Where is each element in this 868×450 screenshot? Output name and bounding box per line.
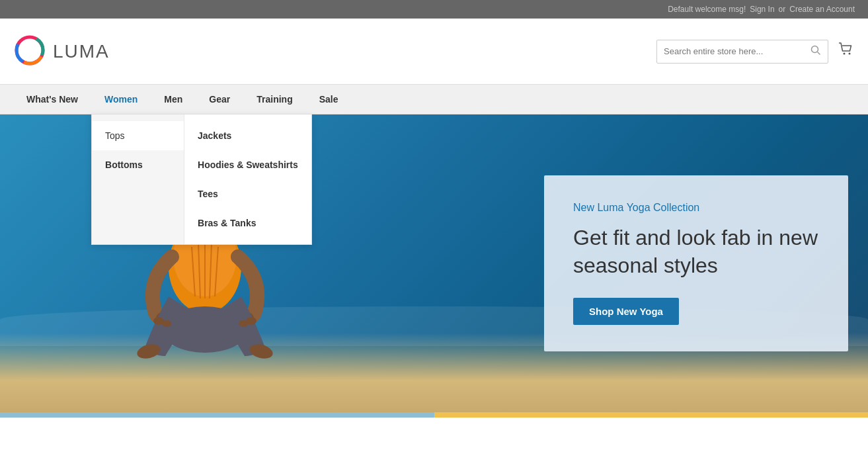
create-account-link[interactable]: Create an Account (789, 5, 855, 14)
top-bar: Default welcome msg! Sign In or Create a… (0, 0, 868, 19)
nav-link-men[interactable]: Men (151, 85, 196, 114)
svg-point-23 (162, 320, 171, 327)
nav-item-sale: Sale (306, 85, 352, 114)
svg-point-25 (239, 320, 248, 327)
hero-subtitle: New Luma Yoga Collection (573, 202, 819, 214)
nav-link-training[interactable]: Training (243, 85, 305, 114)
dropdown-item-bras-tanks[interactable]: Bras & Tanks (184, 208, 311, 238)
svg-point-7 (849, 52, 851, 54)
nav-link-women[interactable]: Women (91, 85, 151, 114)
hero-card: New Luma Yoga Collection Get fit and loo… (544, 175, 848, 351)
nav-link-whats-new[interactable]: What's New (13, 85, 91, 114)
nav-link-sale[interactable]: Sale (306, 85, 352, 114)
svg-point-19 (162, 306, 248, 353)
welcome-message: Default welcome msg! (668, 5, 746, 14)
search-icon (810, 45, 821, 56)
strip-blue (0, 412, 434, 418)
search-area (656, 40, 855, 64)
svg-point-4 (812, 46, 818, 52)
cart-icon[interactable] (838, 41, 855, 62)
svg-point-6 (844, 52, 846, 54)
svg-line-5 (818, 52, 820, 54)
shop-new-yoga-button[interactable]: Shop New Yoga (573, 298, 679, 325)
dropdown-item-tees[interactable]: Tees (184, 179, 311, 208)
dropdown-item-bottoms[interactable]: Bottoms (92, 150, 184, 179)
signin-link[interactable]: Sign In (750, 5, 774, 14)
logo-icon (13, 34, 46, 67)
nav-item-men: Men (151, 85, 196, 114)
hero-title: Get fit and look fab in new seasonal sty… (573, 224, 819, 279)
search-input[interactable] (657, 46, 804, 56)
dropdown-item-jackets[interactable]: Jackets (184, 121, 311, 150)
navigation: What's New Women Tops Bottoms Jackets Ho… (0, 85, 868, 114)
shopping-cart-icon (838, 41, 855, 58)
dropdown-left-col: Tops Bottoms (92, 114, 184, 244)
logo-text: LUMA (53, 41, 110, 62)
nav-list: What's New Women Tops Bottoms Jackets Ho… (13, 85, 855, 114)
logo-link[interactable] (13, 34, 46, 69)
bottom-strips (0, 412, 868, 418)
nav-item-women: Women Tops Bottoms Jackets Hoodies & Swe… (91, 85, 151, 114)
women-dropdown: Tops Bottoms Jackets Hoodies & Sweatshir… (91, 114, 312, 245)
dropdown-item-hoodies[interactable]: Hoodies & Sweatshirts (184, 150, 311, 179)
header: LUMA (0, 19, 868, 85)
dropdown-item-tops[interactable]: Tops (92, 121, 184, 150)
or-text: or (779, 5, 786, 14)
dropdown-right-col: Jackets Hoodies & Sweatshirts Tees Bras … (184, 114, 311, 244)
search-button[interactable] (804, 45, 828, 58)
strip-yellow (434, 412, 869, 418)
nav-item-gear: Gear (196, 85, 243, 114)
nav-link-gear[interactable]: Gear (196, 85, 243, 114)
nav-item-training: Training (243, 85, 305, 114)
logo-area: LUMA (13, 34, 656, 69)
search-box (656, 40, 828, 64)
nav-item-whats-new: What's New (13, 85, 91, 114)
